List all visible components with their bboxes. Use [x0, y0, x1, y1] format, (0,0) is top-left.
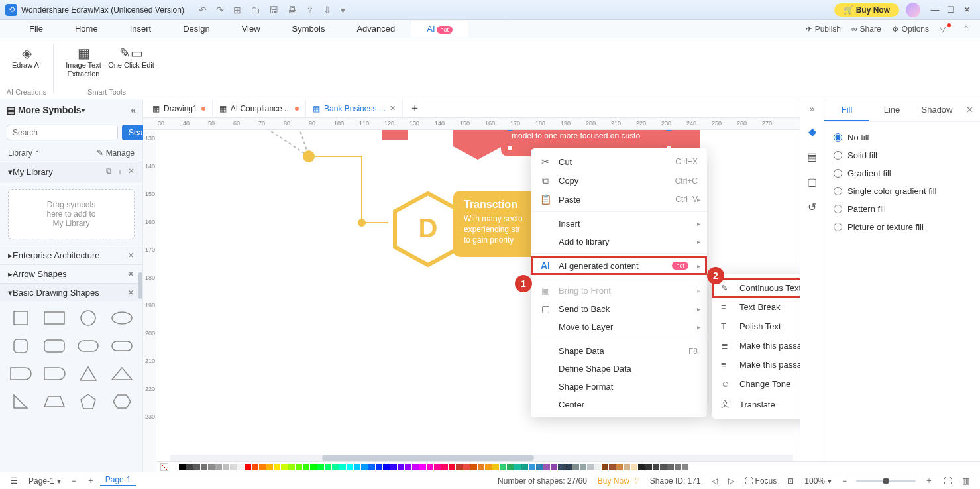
- color-swatch[interactable]: [208, 464, 215, 470]
- shape-roundsq[interactable]: [7, 335, 35, 357]
- color-swatch[interactable]: [470, 464, 477, 470]
- shape-trap[interactable]: [40, 390, 69, 413]
- fill-opt-single-color-gradient-fill[interactable]: Single color gradient fill: [834, 182, 971, 200]
- color-swatch[interactable]: [266, 464, 273, 470]
- focus-button[interactable]: ⛶ Focus: [739, 476, 783, 486]
- tab-fill[interactable]: Fill: [824, 99, 869, 121]
- search-input[interactable]: [7, 125, 118, 140]
- color-swatch[interactable]: [536, 464, 543, 470]
- color-swatch[interactable]: [339, 464, 346, 470]
- advanced-menu[interactable]: Advanced: [341, 21, 411, 37]
- insert-menu[interactable]: Insert: [114, 21, 168, 37]
- shape-rtri[interactable]: [7, 390, 35, 413]
- ai-menu[interactable]: AIhot: [411, 21, 468, 37]
- color-swatch[interactable]: [281, 464, 288, 470]
- shape-triangle[interactable]: [74, 362, 103, 385]
- page-selector[interactable]: Page-1 ▾: [23, 476, 66, 486]
- color-swatch[interactable]: [587, 464, 594, 470]
- nav-right[interactable]: ▷: [723, 476, 739, 486]
- color-swatch[interactable]: [296, 464, 302, 470]
- color-swatch[interactable]: [485, 464, 492, 470]
- sub-text-break[interactable]: ≡Text Break▸: [712, 298, 800, 317]
- sub-longer[interactable]: ≣Make this passage longer: [712, 336, 800, 355]
- color-swatch[interactable]: [551, 464, 557, 470]
- shape-halfround[interactable]: [7, 362, 35, 385]
- color-swatch[interactable]: [434, 464, 441, 470]
- ctx-insert[interactable]: Insert▸: [531, 215, 707, 233]
- print-icon[interactable]: 🖶: [285, 5, 299, 15]
- color-swatch[interactable]: [558, 464, 565, 470]
- fill-opt-pattern-fill[interactable]: Pattern fill: [834, 200, 971, 218]
- ctx-move-layer[interactable]: Move to Layer▸: [531, 318, 707, 336]
- ctx-send-back[interactable]: ▢Send to Back▸: [531, 299, 707, 318]
- color-swatch[interactable]: [478, 464, 484, 470]
- nav-left[interactable]: ◁: [706, 476, 723, 486]
- color-swatch[interactable]: [631, 464, 637, 470]
- color-swatch[interactable]: [449, 464, 455, 470]
- shape-square[interactable]: [7, 307, 35, 329]
- color-swatch[interactable]: [172, 464, 178, 470]
- color-swatch[interactable]: [310, 464, 317, 470]
- color-swatch[interactable]: [594, 464, 601, 470]
- minimize-button[interactable]: ―: [927, 5, 943, 15]
- color-swatch[interactable]: [492, 464, 499, 470]
- color-swatch[interactable]: [390, 464, 397, 470]
- history-tool-icon[interactable]: ↺: [804, 199, 820, 215]
- one-click-edit-button[interactable]: ✎▭ One Click Edit: [108, 42, 154, 78]
- dropzone[interactable]: Drag symbols here to add to My Library: [8, 189, 135, 239]
- color-swatch[interactable]: [529, 464, 535, 470]
- redo-icon[interactable]: ↷: [213, 5, 227, 15]
- color-swatch[interactable]: [237, 464, 244, 470]
- close-panel-icon[interactable]: ✕: [959, 99, 980, 121]
- color-swatch[interactable]: [660, 464, 667, 470]
- my-library-section[interactable]: ▾ My Library ⧉＋✕: [0, 162, 142, 182]
- home-menu[interactable]: Home: [59, 21, 114, 37]
- publish-link[interactable]: ✈ Publish: [806, 25, 841, 34]
- qat-more-icon[interactable]: ▾: [338, 5, 348, 15]
- color-swatch[interactable]: [602, 464, 608, 470]
- color-swatch[interactable]: [667, 464, 674, 470]
- color-swatch[interactable]: [368, 464, 375, 470]
- color-swatch[interactable]: [245, 464, 251, 470]
- arrow-shapes-section[interactable]: ▸ Arrow Shapes✕: [0, 264, 142, 283]
- sel-handle[interactable]: [508, 130, 512, 131]
- ctx-define-shape-data[interactable]: Define Shape Data: [531, 360, 707, 378]
- color-swatch[interactable]: [645, 464, 652, 470]
- color-swatch[interactable]: [259, 464, 266, 470]
- close-icon[interactable]: ✕: [127, 288, 135, 298]
- sel-handle[interactable]: [667, 130, 671, 131]
- color-swatch[interactable]: [565, 464, 572, 470]
- color-swatch[interactable]: [223, 464, 229, 470]
- color-swatch[interactable]: [638, 464, 645, 470]
- more-symbols-header[interactable]: ▤ More Symbols▾ «: [0, 99, 142, 121]
- save-icon[interactable]: 🖫: [266, 5, 281, 15]
- library-label[interactable]: Library ⌃: [8, 148, 40, 158]
- color-swatch[interactable]: [624, 464, 630, 470]
- color-swatch[interactable]: [383, 464, 390, 470]
- share-link[interactable]: ∞ Share: [851, 25, 881, 34]
- color-swatch[interactable]: [347, 464, 353, 470]
- h-scrollbar[interactable]: [170, 455, 793, 461]
- color-swatch[interactable]: [201, 464, 207, 470]
- text-tool-icon[interactable]: ▤: [804, 148, 820, 164]
- collapse-ribbon-icon[interactable]: ⌃: [963, 25, 969, 34]
- color-swatch[interactable]: [398, 464, 404, 470]
- fullscreen-button[interactable]: ⛶: [938, 476, 957, 486]
- maximize-button[interactable]: ☐: [943, 5, 959, 15]
- tab-ai-compliance[interactable]: ▦ AI Compliance ...: [213, 99, 306, 117]
- color-swatch[interactable]: [325, 464, 331, 470]
- color-swatch[interactable]: [376, 464, 382, 470]
- tab-shadow[interactable]: Shadow: [914, 99, 959, 121]
- ctx-cut[interactable]: ✂CutCtrl+X: [531, 152, 707, 171]
- zoom-slider[interactable]: [856, 480, 916, 482]
- color-swatch[interactable]: [500, 464, 506, 470]
- color-swatch[interactable]: [252, 464, 258, 470]
- sub-change-tone[interactable]: ☺Change Tone▸: [712, 374, 800, 394]
- fill-opt-solid-fill[interactable]: Solid fill: [834, 146, 971, 164]
- new-tab-button[interactable]: ＋: [403, 101, 427, 115]
- color-swatch[interactable]: [682, 464, 688, 470]
- color-swatch[interactable]: [616, 464, 623, 470]
- ctx-addlib[interactable]: Add to library▸: [531, 233, 707, 250]
- tab-bank-business[interactable]: ▦ Bank Business ...✕: [306, 99, 403, 117]
- color-swatch[interactable]: [193, 464, 200, 470]
